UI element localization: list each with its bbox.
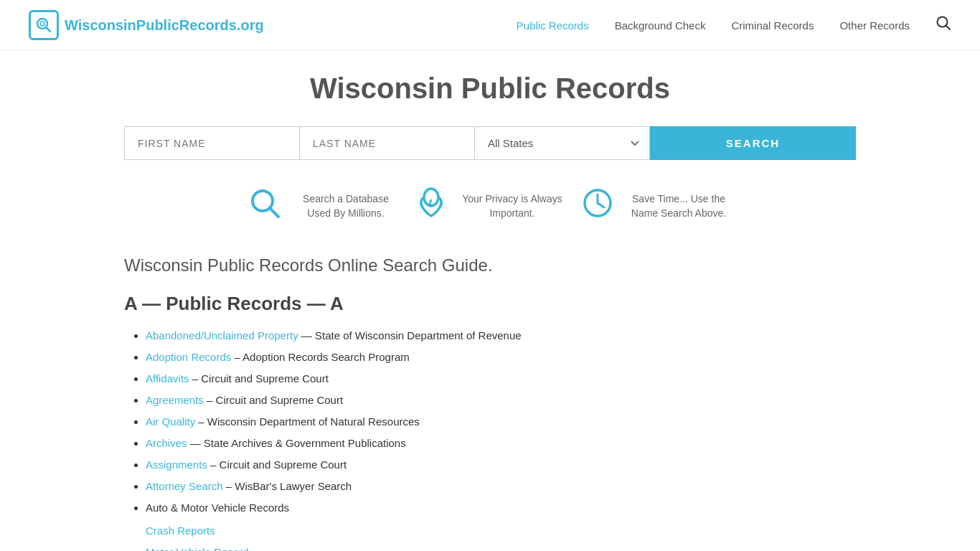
search-feature-icon [248,186,282,227]
adoption-records-link[interactable]: Adoption Records [146,351,231,363]
list-item: Archives — State Archives & Government P… [146,433,856,454]
search-button[interactable]: SEARCH [650,126,856,160]
sub-list-item: Motor Vehicle Record [146,542,856,551]
nav-public-records[interactable]: Public Records [517,19,589,32]
logo-text: WisconsinPublicRecords.org [65,17,264,34]
list-item: Adoption Records – Adoption Records Sear… [146,347,856,368]
nav-other-records[interactable]: Other Records [839,19,910,32]
auto-sub-list: Crash Reports Motor Vehicle Record [146,520,856,551]
adoption-records-desc: – Adoption Records Search Program [231,351,409,363]
sub-list-item: Crash Reports [146,520,856,542]
state-select[interactable]: All States Alabama Alaska Arizona Wiscon… [474,126,650,160]
svg-line-6 [270,208,278,217]
list-item: Attorney Search – WisBar's Lawyer Search [146,476,856,497]
feature-time-text: Save Time... Use the Name Search Above. [625,192,732,220]
svg-line-10 [598,203,604,207]
archives-desc: — State Archives & Government Publicatio… [187,437,406,449]
nav-background-check[interactable]: Background Check [615,19,706,32]
svg-line-1 [47,28,51,32]
nav-criminal-records[interactable]: Criminal Records [731,19,814,32]
last-name-input[interactable] [299,126,474,160]
feature-privacy-text: Your Privacy is Always Important. [458,192,566,220]
attorney-search-desc: – WisBar's Lawyer Search [223,480,352,492]
time-feature-icon [580,186,615,227]
logo[interactable]: WisconsinPublicRecords.org [29,10,264,40]
archives-link[interactable]: Archives [146,437,187,449]
list-item: Affidavits – Circuit and Supreme Court [146,368,856,390]
assignments-desc: – Circuit and Supreme Court [207,458,347,471]
nav-links: Public Records Background Check Criminal… [517,15,951,35]
main-content: Wisconsin Public Records All States Alab… [95,51,885,551]
air-quality-desc: – Wisconsin Department of Natural Resour… [195,415,420,428]
navbar: WisconsinPublicRecords.org Public Record… [0,0,980,51]
guide-title: Wisconsin Public Records Online Search G… [124,255,856,276]
feature-privacy: Your Privacy is Always Important. [414,186,566,227]
first-name-input[interactable] [124,126,299,160]
attorney-search-link[interactable]: Attorney Search [146,480,223,492]
nav-search-icon[interactable] [936,15,951,35]
affidavits-desc: – Circuit and Supreme Court [189,372,329,385]
logo-icon [29,10,59,40]
feature-search-text: Search a Database Used By Millions. [292,192,400,220]
crash-reports-link[interactable]: Crash Reports [146,524,215,537]
section-a-heading: A — Public Records — A [124,293,856,315]
list-item: Abandoned/Unclaimed Property — State of … [146,325,856,347]
a-record-list: Abandoned/Unclaimed Property — State of … [124,325,856,551]
list-item: Air Quality – Wisconsin Department of Na… [146,411,856,433]
assignments-link[interactable]: Assignments [146,458,207,471]
feature-search: Search a Database Used By Millions. [248,186,400,227]
affidavits-link[interactable]: Affidavits [146,372,189,385]
feature-time: Save Time... Use the Name Search Above. [580,186,732,227]
search-bar: All States Alabama Alaska Arizona Wiscon… [124,126,856,160]
svg-point-7 [424,189,438,206]
agreements-link[interactable]: Agreements [146,394,204,406]
page-title: Wisconsin Public Records [124,72,856,105]
abandoned-property-link[interactable]: Abandoned/Unclaimed Property [146,329,298,342]
list-item: Agreements – Circuit and Supreme Court [146,390,856,411]
abandoned-property-desc: — State of Wisconsin Department of Reven… [298,329,522,342]
svg-line-4 [946,26,951,30]
svg-point-2 [40,22,44,26]
air-quality-link[interactable]: Air Quality [146,415,195,428]
auto-label: Auto & Motor Vehicle Records [146,501,289,514]
agreements-desc: – Circuit and Supreme Court [204,394,343,406]
privacy-feature-icon [414,186,448,227]
features-row: Search a Database Used By Millions. Your… [124,186,856,227]
list-item-auto: Auto & Motor Vehicle Records Crash Repor… [146,497,856,551]
list-item: Assignments – Circuit and Supreme Court [146,454,856,476]
motor-vehicle-link[interactable]: Motor Vehicle Record [146,546,248,551]
